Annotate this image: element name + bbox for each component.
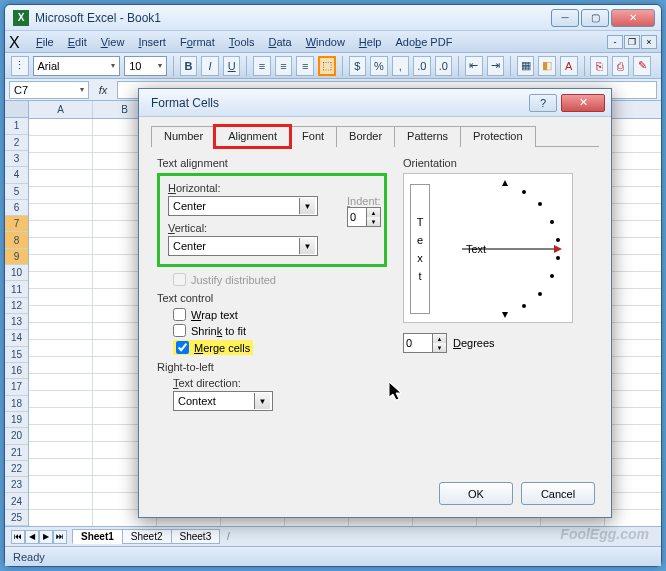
- row-header[interactable]: 5: [5, 184, 28, 200]
- orientation-widget[interactable]: T e x t: [403, 173, 573, 323]
- tab-alignment[interactable]: Alignment: [215, 126, 290, 147]
- row-header[interactable]: 13: [5, 314, 28, 330]
- tab-nav-next[interactable]: ▶: [39, 530, 53, 544]
- row-header[interactable]: 21: [5, 445, 28, 461]
- fx-button[interactable]: fx: [93, 84, 113, 96]
- tab-number[interactable]: Number: [151, 126, 216, 147]
- select-all-corner[interactable]: [5, 101, 28, 118]
- doc-restore-button[interactable]: ❐: [624, 35, 640, 49]
- row-header[interactable]: 19: [5, 412, 28, 428]
- menu-window[interactable]: Window: [299, 34, 352, 50]
- vertical-combo[interactable]: Center ▼: [168, 236, 318, 256]
- row-header[interactable]: 7: [5, 216, 28, 232]
- text-direction-combo[interactable]: Context ▼: [173, 391, 273, 411]
- row-header[interactable]: 9: [5, 249, 28, 265]
- font-color-button[interactable]: A: [560, 56, 578, 76]
- menu-adobe[interactable]: Adobe PDF: [388, 34, 459, 50]
- merge-center-button[interactable]: ⬚: [318, 56, 336, 76]
- row-header[interactable]: 20: [5, 428, 28, 444]
- italic-button[interactable]: I: [201, 56, 219, 76]
- pdf-button-3[interactable]: ✎: [633, 56, 651, 76]
- sheet-tab[interactable]: Sheet2: [122, 529, 172, 544]
- pdf-button-1[interactable]: ⎘: [590, 56, 608, 76]
- menu-format[interactable]: Format: [173, 34, 222, 50]
- align-center-button[interactable]: ≡: [275, 56, 293, 76]
- menu-help[interactable]: Help: [352, 34, 389, 50]
- percent-button[interactable]: %: [370, 56, 388, 76]
- align-left-button[interactable]: ≡: [253, 56, 271, 76]
- currency-button[interactable]: $: [349, 56, 367, 76]
- increase-indent-button[interactable]: ⇥: [487, 56, 505, 76]
- maximize-button[interactable]: ▢: [581, 9, 609, 27]
- borders-button[interactable]: ▦: [517, 56, 535, 76]
- row-header[interactable]: 4: [5, 167, 28, 183]
- font-size-combo[interactable]: 10 ▾: [124, 56, 167, 76]
- spin-up-icon[interactable]: ▲: [367, 208, 380, 217]
- dialog-close-button[interactable]: ✕: [561, 94, 605, 112]
- orientation-arc[interactable]: Text: [442, 180, 568, 318]
- tab-protection[interactable]: Protection: [460, 126, 536, 147]
- row-header[interactable]: 6: [5, 200, 28, 216]
- menu-file[interactable]: File: [29, 34, 61, 50]
- menu-edit[interactable]: Edit: [61, 34, 94, 50]
- row-header[interactable]: 14: [5, 330, 28, 346]
- dialog-help-button[interactable]: ?: [529, 94, 557, 112]
- tab-patterns[interactable]: Patterns: [394, 126, 461, 147]
- font-name-combo[interactable]: Arial ▾: [33, 56, 121, 76]
- row-header[interactable]: 2: [5, 135, 28, 151]
- underline-button[interactable]: U: [223, 56, 241, 76]
- shrink-to-fit-checkbox[interactable]: [173, 324, 186, 337]
- row-header[interactable]: 17: [5, 379, 28, 395]
- pdf-button-2[interactable]: ⎙: [612, 56, 630, 76]
- spin-up-icon[interactable]: ▲: [433, 334, 446, 343]
- tab-font[interactable]: Font: [289, 126, 337, 147]
- ok-button[interactable]: OK: [439, 482, 513, 505]
- row-header[interactable]: 3: [5, 151, 28, 167]
- tab-border[interactable]: Border: [336, 126, 395, 147]
- menu-data[interactable]: Data: [261, 34, 298, 50]
- row-header[interactable]: 12: [5, 298, 28, 314]
- doc-close-button[interactable]: ×: [641, 35, 657, 49]
- doc-minimize-button[interactable]: -: [607, 35, 623, 49]
- sheet-tab[interactable]: Sheet3: [171, 529, 221, 544]
- wrap-text-checkbox[interactable]: [173, 308, 186, 321]
- menu-insert[interactable]: Insert: [131, 34, 173, 50]
- bold-button[interactable]: B: [180, 56, 198, 76]
- spin-down-icon[interactable]: ▼: [367, 217, 380, 226]
- row-header[interactable]: 15: [5, 347, 28, 363]
- row-header[interactable]: 18: [5, 396, 28, 412]
- tab-nav-last[interactable]: ⏭: [53, 530, 67, 544]
- cancel-button[interactable]: Cancel: [521, 482, 595, 505]
- indent-spinner[interactable]: 0 ▲▼: [347, 207, 381, 227]
- align-right-button[interactable]: ≡: [296, 56, 314, 76]
- fill-color-button[interactable]: ◧: [538, 56, 556, 76]
- column-header[interactable]: A: [29, 101, 93, 118]
- toolbar-handle-icon[interactable]: ⋮: [11, 56, 29, 76]
- row-header[interactable]: 25: [5, 510, 28, 526]
- horizontal-combo[interactable]: Center ▼: [168, 196, 318, 216]
- name-box[interactable]: C7 ▾: [9, 81, 89, 99]
- menu-view[interactable]: View: [94, 34, 132, 50]
- sheet-tab[interactable]: Sheet1: [72, 529, 123, 544]
- spin-down-icon[interactable]: ▼: [433, 343, 446, 352]
- row-header[interactable]: 8: [5, 232, 28, 248]
- decrease-indent-button[interactable]: ⇤: [465, 56, 483, 76]
- row-header[interactable]: 10: [5, 265, 28, 281]
- row-header[interactable]: 11: [5, 281, 28, 297]
- comma-button[interactable]: ,: [392, 56, 410, 76]
- tab-nav-prev[interactable]: ◀: [25, 530, 39, 544]
- close-button[interactable]: ✕: [611, 9, 655, 27]
- vertical-text-button[interactable]: T e x t: [410, 184, 430, 314]
- row-header[interactable]: 16: [5, 363, 28, 379]
- row-header[interactable]: 22: [5, 461, 28, 477]
- merge-cells-checkbox[interactable]: [176, 341, 189, 354]
- row-header[interactable]: 1: [5, 118, 28, 134]
- menu-tools[interactable]: Tools: [222, 34, 262, 50]
- degrees-spinner[interactable]: 0 ▲▼: [403, 333, 447, 353]
- row-header[interactable]: 23: [5, 477, 28, 493]
- decrease-decimal-button[interactable]: .0: [435, 56, 453, 76]
- increase-decimal-button[interactable]: .0: [413, 56, 431, 76]
- tab-nav-first[interactable]: ⏮: [11, 530, 25, 544]
- minimize-button[interactable]: ─: [551, 9, 579, 27]
- row-header[interactable]: 24: [5, 493, 28, 509]
